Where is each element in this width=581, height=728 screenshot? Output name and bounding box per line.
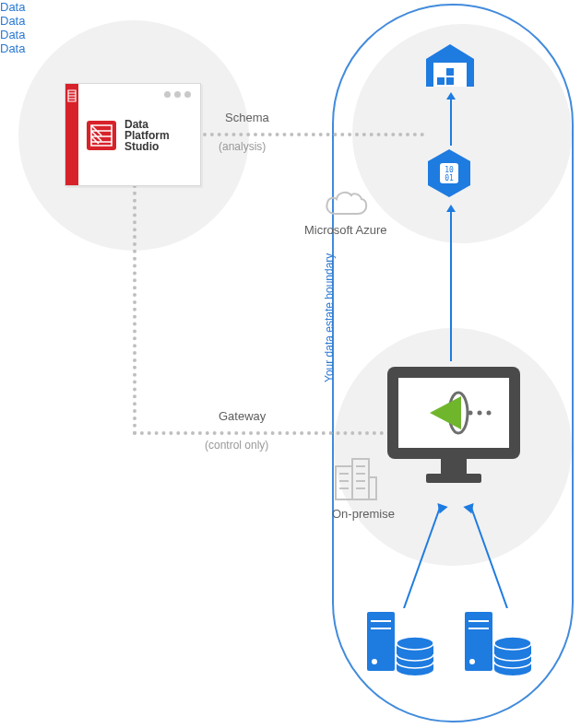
onprem-label: On-premise (332, 507, 395, 521)
connector-vertical (133, 184, 136, 435)
svg-rect-3 (446, 77, 454, 85)
studio-logo-icon (86, 120, 117, 151)
arrow-to-warehouse (446, 92, 456, 146)
svg-point-39 (469, 659, 475, 664)
svg-rect-4 (446, 68, 454, 76)
studio-accent-bar (65, 84, 78, 185)
arrow-from-server-right (459, 496, 515, 608)
svg-line-28 (404, 505, 441, 608)
azure-cloud-label: Microsoft Azure (304, 223, 387, 237)
schema-sub-label: (analysis) (219, 140, 266, 153)
monitor-icon (380, 363, 528, 488)
connector-gateway (133, 431, 391, 435)
gateway-sub-label: (control only) (205, 439, 268, 452)
svg-rect-19 (352, 459, 369, 499)
gateway-label: Gateway (219, 409, 266, 423)
buildings-icon (332, 455, 378, 501)
svg-point-33 (372, 659, 377, 664)
svg-rect-18 (336, 466, 352, 499)
studio-brand: Data Platform Studio (86, 119, 170, 152)
svg-text:10: 10 (445, 166, 454, 174)
arrow-to-hexagon (446, 205, 456, 361)
svg-point-17 (487, 411, 492, 416)
svg-text:01: 01 (445, 174, 454, 182)
studio-app-card: Data Platform Studio (65, 83, 201, 186)
svg-rect-2 (437, 77, 445, 85)
server-db-left-icon (363, 608, 437, 682)
cloud-icon (323, 188, 369, 219)
svg-rect-27 (369, 477, 376, 499)
studio-window-controls (164, 91, 191, 98)
warehouse-icon (424, 42, 476, 88)
svg-rect-13 (426, 474, 481, 483)
arrow-from-server-left (397, 496, 452, 608)
svg-rect-12 (441, 459, 467, 474)
svg-point-16 (478, 411, 482, 416)
connector-schema (203, 133, 424, 136)
server-db-right-icon (461, 608, 535, 682)
svg-point-15 (468, 411, 473, 416)
studio-brand-line3: Studio (125, 141, 170, 152)
schema-label: Schema (225, 111, 269, 124)
hexagon-service-icon: 10 01 (426, 147, 472, 199)
boundary-vertical-label: Your data estate boundary (323, 253, 336, 382)
studio-accent-icon (67, 89, 77, 102)
svg-line-29 (470, 505, 507, 608)
